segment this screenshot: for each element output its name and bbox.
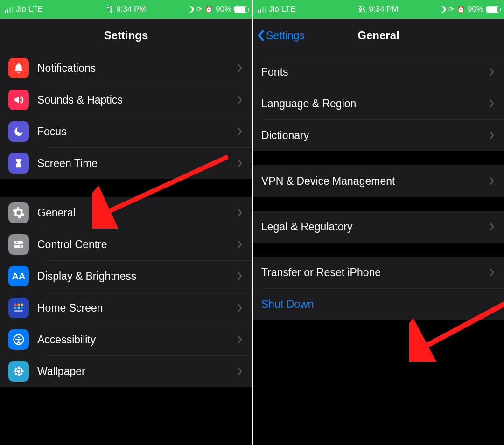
svg-rect-0 — [14, 241, 23, 244]
chevron-right-icon — [237, 335, 243, 344]
svg-point-21 — [20, 372, 23, 375]
svg-rect-6 — [21, 304, 23, 306]
svg-rect-5 — [18, 304, 20, 306]
svg-rect-10 — [14, 310, 23, 312]
row-label: Transfer or Reset iPhone — [261, 266, 489, 279]
settings-group: General Control Centre AA Display & Brig… — [0, 197, 252, 387]
chevron-right-icon — [489, 176, 495, 186]
row-controlcentre[interactable]: Control Centre — [0, 229, 252, 260]
row-shutdown[interactable]: Shut Down — [253, 288, 504, 320]
svg-point-15 — [18, 373, 20, 376]
settings-group: Fonts Language & Region Dictionary — [253, 52, 504, 151]
row-vpn[interactable]: VPN & Device Management — [253, 165, 504, 197]
battery-icon — [486, 6, 499, 13]
row-notifications[interactable]: Notifications — [0, 52, 252, 84]
navbar: Settings General — [253, 19, 504, 52]
svg-point-12 — [18, 336, 20, 338]
svg-point-13 — [17, 370, 21, 373]
general-list[interactable]: Fonts Language & Region Dictionary VPN &… — [253, 52, 504, 445]
row-hidden-top[interactable] — [253, 52, 504, 56]
chevron-right-icon — [489, 222, 495, 231]
network-label: LTE — [282, 5, 296, 14]
svg-rect-8 — [18, 307, 20, 309]
status-time: 9:34 PM — [116, 5, 146, 14]
row-dictionary[interactable]: Dictionary — [253, 119, 504, 151]
row-label: Screen Time — [37, 157, 237, 170]
row-langregion[interactable]: Language & Region — [253, 88, 504, 119]
row-label: Focus — [37, 125, 237, 138]
svg-point-17 — [21, 370, 24, 373]
row-label: Display & Brightness — [37, 270, 237, 283]
chevron-right-icon — [489, 99, 495, 108]
svg-point-16 — [14, 370, 17, 373]
hourglass-icon — [8, 153, 29, 174]
chevron-right-icon — [237, 240, 243, 249]
row-sounds[interactable]: Sounds & Haptics — [0, 84, 252, 116]
dnd-icon — [439, 6, 446, 13]
chevron-right-icon — [237, 159, 243, 168]
row-screentime[interactable]: Screen Time — [0, 147, 252, 179]
phone-left: Jio LTE ⛓ 9:34 PM ⟳ ⏰ 90% Settings — [0, 0, 252, 445]
orientation-lock-icon: ⟳ — [448, 6, 454, 13]
row-legal[interactable]: Legal & Regulatory — [253, 211, 504, 243]
row-focus[interactable]: Focus — [0, 116, 252, 147]
alarm-icon: ⏰ — [457, 6, 465, 13]
carrier-label: Jio — [269, 5, 279, 14]
row-wallpaper[interactable]: Wallpaper — [0, 355, 252, 387]
signal-icon — [5, 6, 13, 13]
row-label: Sounds & Haptics — [37, 94, 237, 106]
row-label: Wallpaper — [37, 365, 237, 378]
hotspot-icon: ⛓ — [358, 5, 366, 14]
row-label: Control Centre — [37, 238, 237, 251]
svg-rect-2 — [14, 245, 23, 248]
carrier-label: Jio — [16, 5, 26, 14]
bell-icon — [8, 58, 29, 78]
status-bar: Jio LTE ⛓ 9:34 PM ⟳ ⏰ 90% — [253, 0, 504, 19]
row-accessibility[interactable]: Accessibility — [0, 324, 252, 355]
svg-point-14 — [18, 366, 20, 369]
svg-point-19 — [20, 367, 23, 370]
svg-rect-4 — [14, 304, 17, 306]
orientation-lock-icon: ⟳ — [196, 6, 202, 13]
battery-pct: 90% — [216, 5, 231, 14]
battery-icon — [234, 6, 247, 13]
row-display[interactable]: AA Display & Brightness — [0, 260, 252, 292]
page-title: Settings — [0, 29, 252, 42]
svg-point-18 — [14, 367, 18, 370]
chevron-right-icon — [237, 271, 243, 281]
dnd-icon — [187, 6, 194, 13]
hotspot-icon: ⛓ — [106, 5, 113, 14]
row-transfer-reset[interactable]: Transfer or Reset iPhone — [253, 257, 504, 288]
signal-icon — [258, 6, 266, 13]
alarm-icon: ⏰ — [205, 6, 213, 13]
row-label: Accessibility — [37, 334, 237, 346]
row-label: Home Screen — [37, 302, 237, 314]
settings-group: Legal & Regulatory — [253, 211, 504, 243]
gear-icon — [8, 202, 29, 223]
settings-group: Notifications Sounds & Haptics Focus — [0, 52, 252, 179]
row-fonts[interactable]: Fonts — [253, 56, 504, 88]
settings-group: VPN & Device Management — [253, 165, 504, 197]
status-time: 9:34 PM — [369, 5, 398, 14]
row-label: General — [37, 207, 237, 219]
speaker-icon — [8, 90, 29, 110]
row-label: Dictionary — [261, 129, 489, 142]
accessibility-icon — [8, 329, 29, 350]
chevron-right-icon — [237, 208, 243, 217]
svg-rect-9 — [21, 307, 23, 309]
status-bar: Jio LTE ⛓ 9:34 PM ⟳ ⏰ 90% — [0, 0, 252, 19]
row-label: Shut Down — [261, 298, 495, 311]
network-label: LTE — [29, 5, 43, 14]
back-label: Settings — [266, 29, 305, 42]
chevron-right-icon — [237, 303, 243, 313]
phone-right: Jio LTE ⛓ 9:34 PM ⟳ ⏰ 90% Settings Gener… — [252, 0, 504, 445]
text-size-icon: AA — [8, 266, 29, 286]
app-grid-icon — [8, 298, 29, 318]
settings-list[interactable]: Notifications Sounds & Haptics Focus — [0, 52, 252, 445]
row-homescreen[interactable]: Home Screen — [0, 292, 252, 324]
back-button[interactable]: Settings — [257, 29, 305, 42]
row-label: Notifications — [37, 62, 237, 75]
row-general[interactable]: General — [0, 197, 252, 229]
navbar: Settings — [0, 19, 252, 52]
svg-rect-7 — [14, 307, 17, 309]
